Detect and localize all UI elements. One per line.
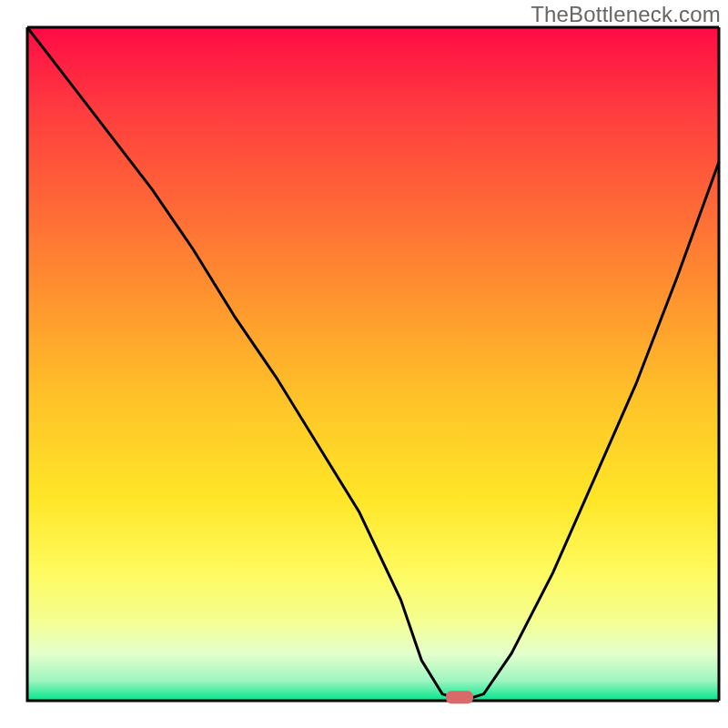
bottleneck-chart (0, 0, 728, 728)
chart-container: TheBottleneck.com (0, 0, 728, 728)
bottleneck-marker (446, 691, 473, 703)
watermark-text: TheBottleneck.com (531, 2, 721, 27)
plot-background (27, 27, 719, 701)
